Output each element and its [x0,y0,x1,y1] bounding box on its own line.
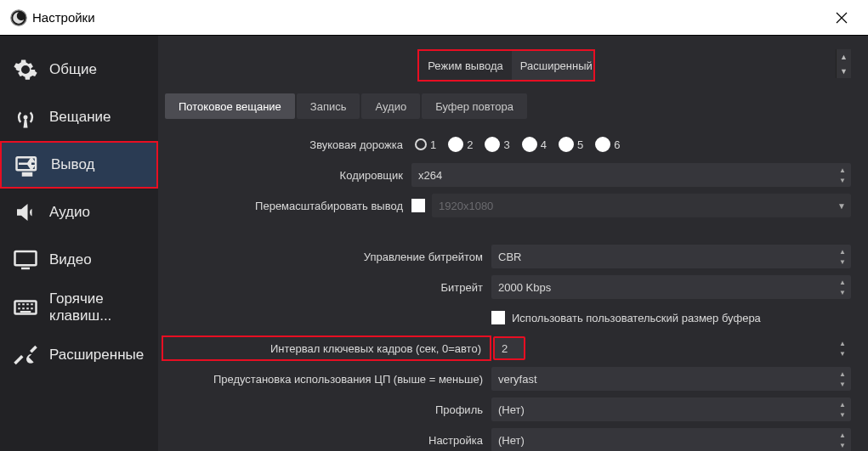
rate-control-select[interactable]: CBR ▲▼ [491,245,851,268]
preset-select[interactable]: veryfast ▲▼ [491,367,851,391]
chevron-down-icon[interactable]: ▼ [836,348,849,358]
chevron-down-icon[interactable]: ▼ [836,287,849,297]
sidebar-item-output[interactable]: Вывод [0,141,158,189]
chevron-down-icon[interactable]: ▼ [836,409,849,420]
tools-icon [12,341,39,369]
sidebar: Общие Вещание Вывод Аудио Видео [0,36,158,451]
output-tabs: Потоковое вещание Запись Аудио Буфер пов… [162,93,851,119]
sidebar-item-label: Вывод [51,156,94,173]
monitor-icon [12,246,39,273]
rescale-checkbox[interactable] [411,199,425,212]
sidebar-item-hotkeys[interactable]: Горячие клавиш... [0,284,158,331]
window-title: Настройки [32,10,95,25]
sidebar-item-general[interactable]: Общие [0,46,158,93]
chevron-up-icon[interactable]: ▲ [836,165,849,175]
encoder-select[interactable]: x264 ▲▼ [411,163,851,187]
encoder-label: Кодировщик [162,169,411,182]
audio-track-1[interactable]: 1 [415,137,436,152]
sidebar-item-label: Аудио [49,204,90,221]
preset-label: Предустановка использования ЦП (выше = м… [162,373,491,386]
tab-replay[interactable]: Буфер повтора [422,93,527,119]
chevron-down-icon[interactable]: ▼ [836,440,849,450]
keyint-label: Интервал ключевых кадров (сек, 0=авто) [163,342,490,355]
profile-select[interactable]: (Нет) ▲▼ [491,397,851,421]
chevron-up-icon[interactable]: ▲ [836,338,849,348]
gear-icon [12,56,39,83]
chevron-up-icon[interactable]: ▲ [836,277,849,287]
obs-icon [10,9,27,26]
output-mode-group: Режим вывода Расширенный [417,49,594,82]
keyboard-icon [12,294,39,321]
sidebar-item-audio[interactable]: Аудио [0,189,158,236]
audio-track-label: Звуковая дорожка [162,138,411,151]
chevron-down-icon[interactable]: ▼ [836,257,849,267]
chevron-up-icon[interactable]: ▲ [836,399,849,409]
custom-buffer-label: Использовать пользовательский размер буф… [512,312,761,324]
svg-rect-2 [15,251,37,265]
profile-label: Профиль [162,403,491,416]
sidebar-item-label: Общие [49,61,97,78]
audio-track-6[interactable]: 6 [595,137,620,152]
output-icon [14,151,41,178]
custom-buffer-checkbox[interactable] [491,311,505,324]
sidebar-item-advanced[interactable]: Расширенные [0,331,158,379]
tune-label: Настройка [162,434,491,447]
bitrate-label: Битрейт [162,281,491,294]
chevron-down-icon[interactable]: ▼ [837,64,851,78]
tab-recording[interactable]: Запись [297,93,360,119]
rescale-select[interactable]: 1920x1080 ▼ [432,194,851,217]
content-pane: Режим вывода Расширенный ▲ ▼ Потоковое в… [158,36,868,451]
titlebar: Настройки [0,0,868,36]
sidebar-item-label: Расширенные [49,347,144,364]
close-button[interactable] [827,8,856,30]
chevron-up-icon[interactable]: ▲ [837,49,851,64]
chevron-down-icon[interactable]: ▼ [836,379,849,389]
tune-select[interactable]: (Нет) ▲▼ [491,428,851,451]
sidebar-item-label: Вещание [49,109,111,126]
sidebar-item-label: Видео [49,251,92,268]
antenna-icon [12,104,39,131]
chevron-up-icon[interactable]: ▲ [836,430,849,440]
chevron-down-icon[interactable]: ▼ [836,175,849,185]
speaker-icon [12,199,39,226]
chevron-down-icon: ▼ [837,201,846,211]
audio-track-3[interactable]: 3 [485,137,509,152]
output-mode-select[interactable]: Расширенный [512,51,593,80]
chevron-up-icon[interactable]: ▲ [836,246,849,257]
output-mode-label: Режим вывода [419,53,511,79]
tab-audio[interactable]: Аудио [361,93,420,119]
sidebar-item-video[interactable]: Видео [0,236,158,284]
audio-track-2[interactable]: 2 [448,137,473,152]
bitrate-input[interactable]: 2000 Kbps ▲▼ [491,275,851,299]
keyint-input[interactable]: 2 [493,336,525,360]
sidebar-item-label: Горячие клавиш... [49,290,158,324]
audio-track-radios: 1 2 3 4 5 6 [411,137,620,152]
audio-track-5[interactable]: 5 [559,137,583,152]
chevron-up-icon[interactable]: ▲ [836,369,849,379]
tab-streaming[interactable]: Потоковое вещание [165,93,295,119]
sidebar-item-stream[interactable]: Вещание [0,93,158,141]
output-mode-spinner[interactable]: ▲ ▼ [836,49,851,78]
audio-track-4[interactable]: 4 [522,137,547,152]
rescale-label: Перемасштабировать вывод [162,200,411,212]
rate-control-label: Управление битрейтом [162,251,491,263]
